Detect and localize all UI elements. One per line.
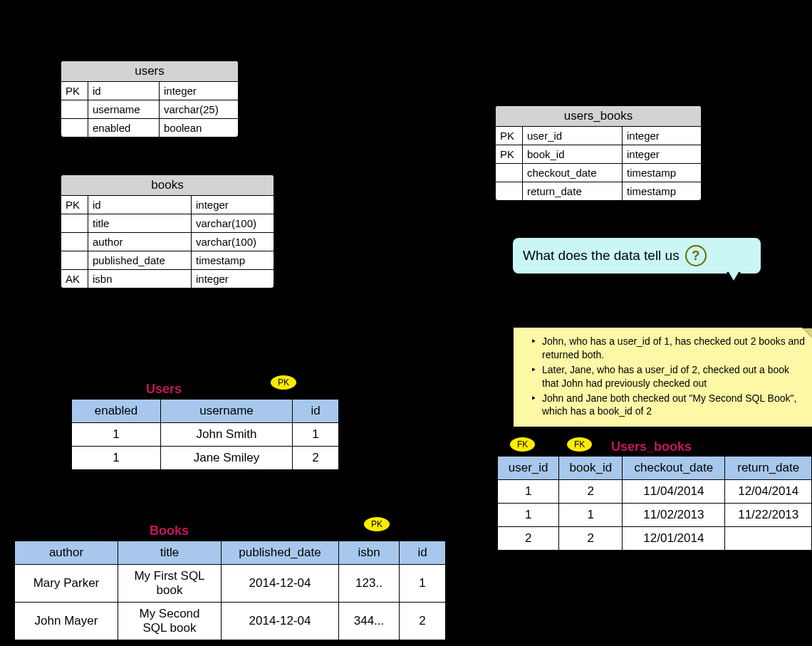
cell: 1 <box>559 504 623 527</box>
schema-key: PK <box>496 127 523 145</box>
schema-users-books: users_books PK user_id integer PK book_i… <box>495 105 702 201</box>
col-header: checkout_date <box>623 457 725 480</box>
col-header: book_id <box>559 457 623 480</box>
schema-type: timestamp <box>623 182 701 200</box>
schema-users-row: username varchar(25) <box>61 100 238 119</box>
schema-type: integer <box>623 145 701 163</box>
table-row: 1 Jane Smiley 2 <box>72 447 339 470</box>
schema-books: books PK id integer title varchar(100) a… <box>61 174 274 288</box>
schema-type: varchar(100) <box>192 233 274 251</box>
schema-users-books-row: PK user_id integer <box>496 127 701 145</box>
schema-key <box>496 182 523 200</box>
cell: 344... <box>339 603 400 640</box>
table-row: author title published_date isbn id <box>15 541 446 565</box>
schema-col: author <box>88 233 192 251</box>
schema-key: PK <box>61 196 88 214</box>
schema-books-row: title varchar(100) <box>61 214 274 233</box>
cell: John Mayer <box>15 603 118 640</box>
col-header: id <box>400 541 446 565</box>
col-header: id <box>293 400 339 423</box>
table-row: user_id book_id checkout_date return_dat… <box>498 457 812 480</box>
cell: Mary Parker <box>15 565 118 603</box>
schema-type: boolean <box>160 119 238 137</box>
schema-key <box>61 251 88 269</box>
note-item: John, who has a user_id of 1, has checke… <box>535 335 806 362</box>
col-header: user_id <box>498 457 559 480</box>
cell: 2 <box>559 480 623 504</box>
schema-type: timestamp <box>623 164 701 182</box>
col-header: enabled <box>72 400 161 423</box>
table-row: John Mayer My Second SQL book 2014-12-04… <box>15 603 446 640</box>
pk-badge: PK <box>363 516 390 532</box>
table-row: 2 2 12/01/2014 <box>498 527 812 551</box>
cell: 11/02/2013 <box>623 504 725 527</box>
cell: My First SQL book <box>118 565 222 603</box>
schema-key: PK <box>61 82 88 100</box>
cell: 1 <box>400 565 446 603</box>
schema-key: AK <box>61 270 88 288</box>
schema-users-title: users <box>61 61 238 82</box>
schema-col: isbn <box>88 270 192 288</box>
schema-users-books-row: PK book_id integer <box>496 145 701 164</box>
cell: 11/04/2014 <box>623 480 725 504</box>
schema-type: integer <box>623 127 701 145</box>
table-row: Mary Parker My First SQL book 2014-12-04… <box>15 565 446 603</box>
data-users-table: enabled username id 1 John Smith 1 1 Jan… <box>71 399 339 470</box>
cell: 2 <box>400 603 446 640</box>
data-books-title: Books <box>150 523 189 538</box>
schema-key <box>61 214 88 232</box>
schema-type: timestamp <box>192 251 274 269</box>
note-item: John and Jane both checked out "My Secon… <box>535 392 806 419</box>
col-header: published_date <box>222 541 339 565</box>
schema-key: PK <box>496 145 523 163</box>
schema-users-row: enabled boolean <box>61 119 238 137</box>
schema-key <box>496 164 523 182</box>
cell: 1 <box>498 480 559 504</box>
schema-users-books-row: checkout_date timestamp <box>496 164 701 182</box>
cell: 2 <box>559 527 623 551</box>
table-row: 1 1 11/02/2013 11/22/2013 <box>498 504 812 527</box>
schema-col: enabled <box>88 119 160 137</box>
schema-col: published_date <box>88 251 192 269</box>
schema-books-row: published_date timestamp <box>61 251 274 270</box>
cell: 2 <box>293 447 339 470</box>
col-header: isbn <box>339 541 400 565</box>
schema-users-books-title: users_books <box>496 106 701 127</box>
data-users-books-table: user_id book_id checkout_date return_dat… <box>497 456 812 551</box>
cell: 1 <box>293 423 339 447</box>
schema-type: varchar(100) <box>192 214 274 232</box>
table-row: 1 John Smith 1 <box>72 423 339 447</box>
schema-users-books-row: return_date timestamp <box>496 182 701 200</box>
cell: 12/04/2014 <box>725 480 812 504</box>
cell: 12/01/2014 <box>623 527 725 551</box>
speech-tail-icon <box>727 272 741 283</box>
data-users-books-title: Users_books <box>611 439 692 454</box>
schema-col: title <box>88 214 192 232</box>
table-row: enabled username id <box>72 400 339 423</box>
schema-type: varchar(25) <box>160 100 238 118</box>
cell: 2014-12-04 <box>222 603 339 640</box>
schema-books-row: author varchar(100) <box>61 233 274 251</box>
schema-key <box>61 233 88 251</box>
callout-bubble: What does the data tell us ? <box>511 236 762 275</box>
cell: Jane Smiley <box>161 447 293 470</box>
schema-col: id <box>88 196 192 214</box>
cell: 1 <box>72 423 161 447</box>
question-icon: ? <box>685 245 707 266</box>
cell: 1 <box>72 447 161 470</box>
schema-type: integer <box>160 82 238 100</box>
schema-col: username <box>88 100 160 118</box>
schema-books-title: books <box>61 175 274 196</box>
schema-type: integer <box>192 196 274 214</box>
cell: John Smith <box>161 423 293 447</box>
schema-key <box>61 100 88 118</box>
fk-badge: FK <box>566 437 593 452</box>
schema-users: users PK id integer username varchar(25)… <box>61 61 239 137</box>
schema-col: id <box>88 82 160 100</box>
note-item: Later, Jane, who has a user_id of 2, che… <box>535 363 806 390</box>
data-books-table: author title published_date isbn id Mary… <box>14 541 446 640</box>
cell: 1 <box>498 504 559 527</box>
col-header: author <box>15 541 118 565</box>
table-row: 1 2 11/04/2014 12/04/2014 <box>498 480 812 504</box>
cell <box>725 527 812 551</box>
